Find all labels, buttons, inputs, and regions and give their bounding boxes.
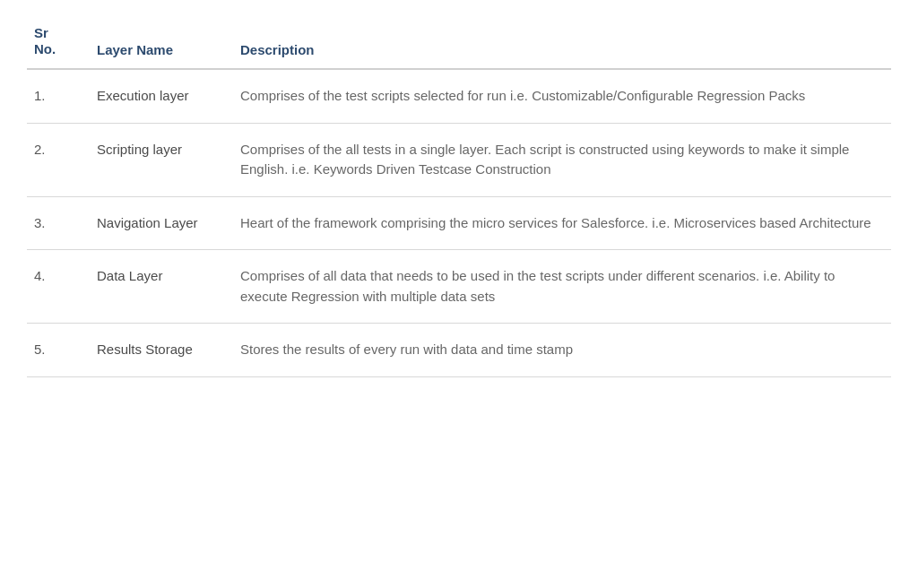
sr-no-header: Sr No. (27, 18, 90, 69)
sr-no-cell: 3. (27, 196, 90, 250)
table-row: 4.Data LayerComprises of all data that n… (27, 250, 891, 324)
description-cell: Stores the results of every run with dat… (233, 324, 891, 377)
sr-no-cell: 1. (27, 69, 90, 123)
table-row: 2.Scripting layerComprises of the all te… (27, 123, 891, 196)
layers-table: Sr No. Layer Name Description 1.Executio… (27, 18, 891, 377)
layer-name-header: Layer Name (90, 18, 233, 69)
description-cell: Comprises of the all tests in a single l… (233, 123, 891, 196)
layer-name-cell: Scripting layer (90, 123, 233, 196)
table-row: 3.Navigation LayerHeart of the framework… (27, 196, 891, 250)
layer-name-cell: Results Storage (90, 324, 233, 377)
sr-no-cell: 4. (27, 250, 90, 324)
description-cell: Comprises of all data that needs to be u… (233, 250, 891, 324)
layer-name-cell: Execution layer (90, 69, 233, 123)
description-cell: Comprises of the test scripts selected f… (233, 69, 891, 123)
sr-no-cell: 2. (27, 123, 90, 196)
layer-name-cell: Navigation Layer (90, 196, 233, 250)
description-header: Description (233, 18, 891, 69)
layer-name-cell: Data Layer (90, 250, 233, 324)
table-header-row: Sr No. Layer Name Description (27, 18, 891, 69)
table-row: 5.Results StorageStores the results of e… (27, 324, 891, 377)
sr-no-cell: 5. (27, 324, 90, 377)
description-cell: Heart of the framework comprising the mi… (233, 196, 891, 250)
table-row: 1.Execution layerComprises of the test s… (27, 69, 891, 123)
